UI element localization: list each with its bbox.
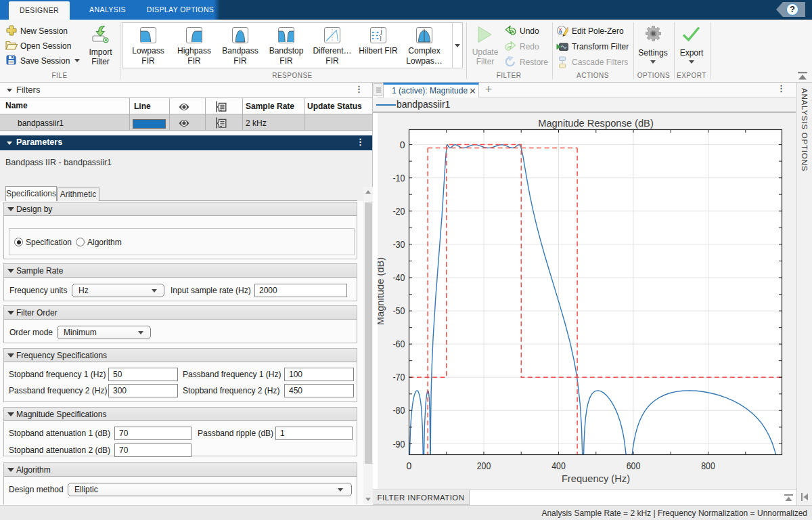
svg-text:0: 0 <box>400 139 405 150</box>
svg-text:600: 600 <box>627 460 641 471</box>
svg-text:Magnitude (dB): Magnitude (dB) <box>378 257 386 325</box>
svg-text:Frequency (Hz): Frequency (Hz) <box>562 473 630 484</box>
svg-text:400: 400 <box>551 460 566 471</box>
svg-text:-90: -90 <box>392 439 405 450</box>
svg-text:-70: -70 <box>392 372 405 383</box>
svg-text:-60: -60 <box>392 339 405 349</box>
svg-text:-40: -40 <box>392 272 405 283</box>
svg-text:-10: -10 <box>392 173 405 183</box>
svg-text:200: 200 <box>477 460 491 471</box>
svg-text:-20: -20 <box>392 206 405 217</box>
svg-text:-50: -50 <box>392 305 405 316</box>
svg-text:j: j <box>380 28 382 35</box>
svg-text:j: j <box>380 35 382 41</box>
svg-text:-80: -80 <box>392 405 405 416</box>
svg-text:0: 0 <box>407 460 412 471</box>
svg-text:-30: -30 <box>392 239 405 250</box>
svg-text:Magnitude Response (dB): Magnitude Response (dB) <box>538 118 654 129</box>
svg-text:800: 800 <box>701 460 715 471</box>
